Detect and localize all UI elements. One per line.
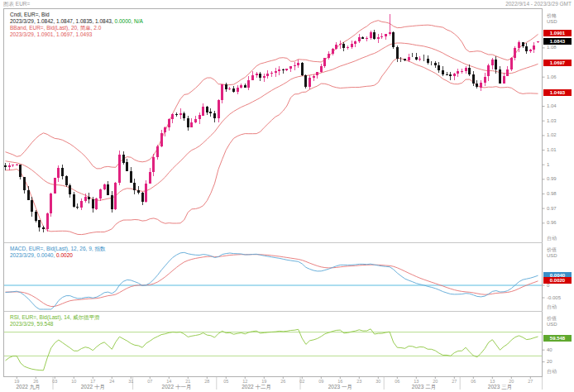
price-tick-label: 1.03	[547, 118, 557, 123]
macd-legend-line1: MACD, EUR=, Bid(Last), 12, 26, 9, 指数	[10, 246, 105, 252]
price-axis-unit: USD	[547, 19, 557, 24]
month-label: 2023 二月	[395, 384, 453, 391]
price-legend: Cndl, EUR=, Bid 2023/3/29, 1.0842, 1.084…	[10, 12, 143, 38]
price-tick-label: 1.02	[547, 132, 557, 137]
price-tick-label: 0.98	[547, 191, 557, 196]
price-badge: 1.0843	[543, 38, 572, 45]
price-tick-label: 1.01	[547, 147, 557, 152]
price-axis-auto: 自动	[547, 235, 557, 242]
month-label: 2022 十月	[64, 384, 122, 391]
month-label: 2023 三月	[471, 384, 529, 391]
week-label: 31	[124, 379, 137, 384]
macd-badge: 0.0020	[543, 277, 572, 284]
macd-legend-line2: 2023/3/29, 0.0040, 0.0020	[10, 252, 105, 259]
bband-legend-line2: 2023/3/29, 1.0901, 1.0697, 1.0493	[10, 31, 143, 38]
week-label: 02	[295, 379, 309, 384]
candle-legend-line2: 2023/3/29, 1.0842, 1.0847, 1.0835, 1.084…	[10, 18, 143, 25]
price-badge: 1.0901	[543, 30, 572, 36]
candle-legend-line1: Cndl, EUR=, Bid	[10, 12, 143, 18]
price-pane[interactable]	[4, 9, 542, 242]
chart-window: 图表 EUR= 2022/9/14 - 2023/3/29 GMT Cndl, …	[0, 0, 574, 392]
month-label: 2022 十二月	[227, 384, 285, 391]
macd-axis-unit: USD	[547, 253, 557, 258]
month-label: 2023 一月	[311, 384, 369, 391]
price-badge: 1.0697	[543, 60, 572, 66]
price-tick-label: 1	[547, 162, 549, 167]
rsi-axis-unit: USD	[547, 322, 557, 327]
rsi-legend-line2: 2023/3/29, 59.548	[10, 321, 100, 327]
rsi-legend: RSI, EUR=, Bid(Last), 14, 威尔德平滑 2023/3/2…	[10, 314, 100, 327]
rsi-tick-label: 20	[547, 359, 552, 364]
macd-legend: MACD, EUR=, Bid(Last), 12, 26, 9, 指数 202…	[10, 246, 105, 259]
price-tick-label: 0.97	[547, 206, 557, 211]
rsi-axis-auto: 自动	[547, 368, 557, 375]
price-tick-label: 0.96	[547, 220, 557, 225]
price-tick-label: 1.08	[547, 45, 557, 50]
month-label: 2022 十一月	[148, 384, 206, 391]
price-tick-label: 1.04	[547, 103, 557, 108]
rsi-badge: 59.548	[543, 335, 572, 342]
price-tick-label: 1.06	[547, 74, 557, 79]
bband-legend-line1: BBand, EUR=, Bid(Last), 20, 简单, 2.0	[10, 25, 143, 31]
macd-tick-label: -0.005	[547, 295, 561, 300]
rsi-legend-line1: RSI, EUR=, Bid(Last), 14, 威尔德平滑	[10, 314, 100, 321]
macd-axis-auto: 自动	[547, 304, 557, 311]
week-label: 30	[371, 379, 385, 384]
price-tick-label: 0.99	[547, 176, 557, 181]
price-badge: 1.0493	[543, 89, 572, 96]
month-label: 2022 九月	[0, 384, 57, 391]
rsi-tick-label: 40	[547, 347, 552, 352]
